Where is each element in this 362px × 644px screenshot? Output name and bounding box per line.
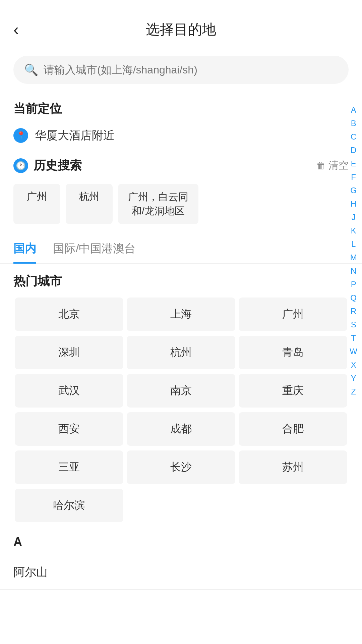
page-title: 选择目的地 <box>146 20 216 39</box>
alpha-S[interactable]: S <box>351 319 356 331</box>
city-aershan[interactable]: 阿尔山 <box>0 555 362 590</box>
clear-history-button[interactable]: 🗑 清空 <box>316 159 349 172</box>
alpha-Q[interactable]: Q <box>350 292 357 304</box>
search-icon: 🔍 <box>24 63 38 76</box>
city-qingdao[interactable]: 青岛 <box>239 336 347 369</box>
city-guangzhou[interactable]: 广州 <box>239 298 347 331</box>
history-header: 🕐 历史搜索 🗑 清空 <box>0 151 362 180</box>
alpha-T[interactable]: T <box>351 332 356 344</box>
alpha-N[interactable]: N <box>351 265 356 277</box>
alpha-R[interactable]: R <box>351 305 356 317</box>
clock-icon: 🕐 <box>13 158 28 173</box>
hot-cities-label: 热门城市 <box>0 264 362 296</box>
alpha-L[interactable]: L <box>351 238 356 250</box>
city-changsha[interactable]: 长沙 <box>127 450 235 484</box>
alpha-B[interactable]: B <box>351 117 356 129</box>
location-icon <box>13 128 28 143</box>
alpha-W[interactable]: W <box>350 345 357 358</box>
alpha-P[interactable]: P <box>351 278 356 290</box>
search-bar[interactable]: 🔍 <box>13 56 349 84</box>
city-xian[interactable]: 西安 <box>15 412 123 446</box>
alpha-Y[interactable]: Y <box>351 372 356 384</box>
city-beijing[interactable]: 北京 <box>15 298 123 331</box>
history-section-label: 历史搜索 <box>34 157 82 174</box>
city-empty-2 <box>239 489 347 522</box>
city-wuhan[interactable]: 武汉 <box>15 374 123 408</box>
history-tag-hangzhou[interactable]: 杭州 <box>66 184 113 224</box>
trash-icon: 🗑 <box>316 160 326 171</box>
location-row[interactable]: 华厦大酒店附近 <box>0 120 362 151</box>
alpha-M[interactable]: M <box>350 252 357 264</box>
alpha-D[interactable]: D <box>351 144 356 156</box>
alpha-H[interactable]: H <box>351 198 356 210</box>
current-location-label: 当前定位 <box>0 94 362 120</box>
section-a-label: A <box>0 526 362 555</box>
alphabet-index: A B C D E F G H J K L M N P Q R S T W X … <box>345 101 362 401</box>
tab-international[interactable]: 国际/中国港澳台 <box>53 241 136 264</box>
alpha-F[interactable]: F <box>351 171 356 183</box>
location-text: 华厦大酒店附近 <box>35 128 115 143</box>
alpha-X[interactable]: X <box>351 359 356 371</box>
hot-cities-grid: 北京 上海 广州 深圳 杭州 青岛 武汉 南京 重庆 西安 成都 合肥 三亚 长… <box>0 296 362 524</box>
city-shenzhen[interactable]: 深圳 <box>15 336 123 369</box>
tab-domestic[interactable]: 国内 <box>13 241 36 264</box>
city-chongqing[interactable]: 重庆 <box>239 374 347 408</box>
city-harbin[interactable]: 哈尔滨 <box>15 489 123 522</box>
search-bar-wrap: 🔍 <box>0 49 362 94</box>
history-tags: 广州 杭州 广州，白云同和/龙洞地区 <box>0 180 362 234</box>
city-sanya[interactable]: 三亚 <box>15 450 123 484</box>
city-hangzhou[interactable]: 杭州 <box>127 336 235 369</box>
alpha-K[interactable]: K <box>351 225 356 237</box>
alpha-E[interactable]: E <box>351 158 356 170</box>
alpha-G[interactable]: G <box>350 184 357 197</box>
history-tag-guangzhou-baiyun[interactable]: 广州，白云同和/龙洞地区 <box>118 184 198 224</box>
header: ‹ 选择目的地 <box>0 0 362 49</box>
alpha-Z[interactable]: Z <box>351 386 356 398</box>
city-chengdu[interactable]: 成都 <box>127 412 235 446</box>
city-suzhou[interactable]: 苏州 <box>239 450 347 484</box>
history-title-wrap: 🕐 历史搜索 <box>13 157 82 174</box>
city-shanghai[interactable]: 上海 <box>127 298 235 331</box>
alpha-C[interactable]: C <box>351 131 356 143</box>
alpha-A[interactable]: A <box>351 104 356 116</box>
city-empty-1 <box>127 489 235 522</box>
city-nanjing[interactable]: 南京 <box>127 374 235 408</box>
history-tag-guangzhou[interactable]: 广州 <box>13 184 60 224</box>
alpha-J[interactable]: J <box>352 211 356 223</box>
back-button[interactable]: ‹ <box>13 21 19 38</box>
tabs: 国内 国际/中国港澳台 <box>0 234 362 264</box>
city-hefei[interactable]: 合肥 <box>239 412 347 446</box>
search-input[interactable] <box>44 64 338 76</box>
